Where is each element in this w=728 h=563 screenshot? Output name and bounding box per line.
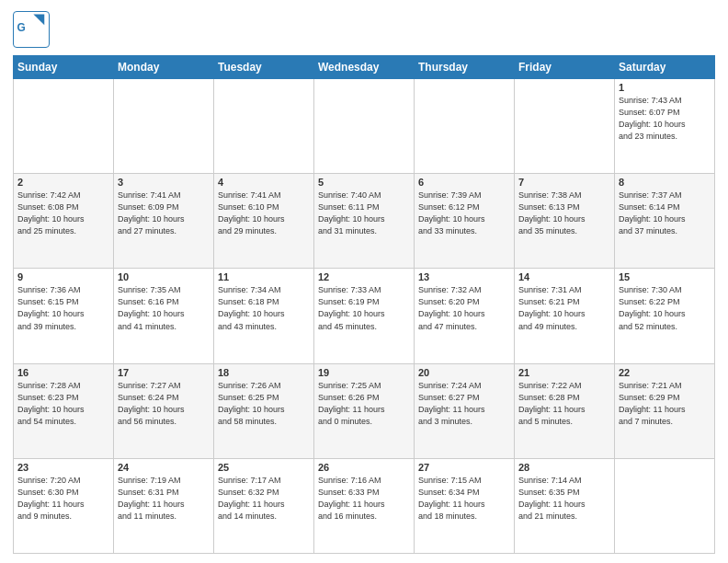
calendar-cell: 16Sunrise: 7:28 AM Sunset: 6:23 PM Dayli… xyxy=(14,363,114,458)
day-number: 21 xyxy=(518,367,610,378)
calendar-cell: 26Sunrise: 7:16 AM Sunset: 6:33 PM Dayli… xyxy=(314,458,415,553)
day-info: Sunrise: 7:33 AM Sunset: 6:19 PM Dayligh… xyxy=(318,284,410,332)
calendar-cell: 8Sunrise: 7:37 AM Sunset: 6:14 PM Daylig… xyxy=(615,174,715,269)
week-row-2: 9Sunrise: 7:36 AM Sunset: 6:15 PM Daylig… xyxy=(14,269,715,363)
calendar-body: 1Sunrise: 7:43 AM Sunset: 6:07 PM Daylig… xyxy=(14,79,715,554)
day-info: Sunrise: 7:32 AM Sunset: 6:20 PM Dayligh… xyxy=(418,284,510,332)
day-info: Sunrise: 7:26 AM Sunset: 6:25 PM Dayligh… xyxy=(218,380,310,428)
calendar-cell: 7Sunrise: 7:38 AM Sunset: 6:13 PM Daylig… xyxy=(515,174,615,269)
day-number: 22 xyxy=(619,367,711,378)
day-info: Sunrise: 7:16 AM Sunset: 6:33 PM Dayligh… xyxy=(318,475,410,523)
calendar-cell xyxy=(314,79,415,174)
calendar-cell: 10Sunrise: 7:35 AM Sunset: 6:16 PM Dayli… xyxy=(114,269,214,363)
day-info: Sunrise: 7:36 AM Sunset: 6:15 PM Dayligh… xyxy=(17,284,109,332)
calendar-cell xyxy=(415,79,515,174)
calendar-cell: 4Sunrise: 7:41 AM Sunset: 6:10 PM Daylig… xyxy=(214,174,314,269)
calendar-cell: 27Sunrise: 7:15 AM Sunset: 6:34 PM Dayli… xyxy=(415,458,515,553)
calendar-cell: 24Sunrise: 7:19 AM Sunset: 6:31 PM Dayli… xyxy=(114,458,214,553)
calendar-cell: 22Sunrise: 7:21 AM Sunset: 6:29 PM Dayli… xyxy=(615,363,715,458)
day-info: Sunrise: 7:17 AM Sunset: 6:32 PM Dayligh… xyxy=(218,475,310,523)
day-info: Sunrise: 7:22 AM Sunset: 6:28 PM Dayligh… xyxy=(518,380,610,428)
day-info: Sunrise: 7:19 AM Sunset: 6:31 PM Dayligh… xyxy=(118,475,210,523)
week-row-4: 23Sunrise: 7:20 AM Sunset: 6:30 PM Dayli… xyxy=(14,458,715,553)
day-number: 15 xyxy=(619,271,711,282)
calendar-cell: 9Sunrise: 7:36 AM Sunset: 6:15 PM Daylig… xyxy=(14,269,114,363)
day-number: 26 xyxy=(318,462,410,473)
day-info: Sunrise: 7:21 AM Sunset: 6:29 PM Dayligh… xyxy=(619,380,711,428)
day-info: Sunrise: 7:38 AM Sunset: 6:13 PM Dayligh… xyxy=(518,190,610,237)
day-info: Sunrise: 7:27 AM Sunset: 6:24 PM Dayligh… xyxy=(118,380,210,428)
day-number: 16 xyxy=(17,367,109,378)
day-number: 1 xyxy=(619,82,711,93)
header-row: SundayMondayTuesdayWednesdayThursdayFrid… xyxy=(14,56,715,79)
calendar-cell: 18Sunrise: 7:26 AM Sunset: 6:25 PM Dayli… xyxy=(214,363,314,458)
calendar-cell: 1Sunrise: 7:43 AM Sunset: 6:07 PM Daylig… xyxy=(615,79,715,174)
day-number: 10 xyxy=(118,271,210,282)
calendar-cell: 23Sunrise: 7:20 AM Sunset: 6:30 PM Dayli… xyxy=(14,458,114,553)
day-info: Sunrise: 7:30 AM Sunset: 6:22 PM Dayligh… xyxy=(619,284,711,332)
day-info: Sunrise: 7:43 AM Sunset: 6:07 PM Dayligh… xyxy=(619,95,711,143)
header-day-wednesday: Wednesday xyxy=(314,56,415,79)
calendar-cell: 13Sunrise: 7:32 AM Sunset: 6:20 PM Dayli… xyxy=(415,269,515,363)
header-day-tuesday: Tuesday xyxy=(214,56,314,79)
day-number: 2 xyxy=(17,177,109,188)
header-day-monday: Monday xyxy=(114,56,214,79)
day-number: 24 xyxy=(118,462,210,473)
header-day-friday: Friday xyxy=(515,56,615,79)
day-info: Sunrise: 7:37 AM Sunset: 6:14 PM Dayligh… xyxy=(619,190,711,237)
day-number: 5 xyxy=(318,177,410,188)
calendar-cell: 14Sunrise: 7:31 AM Sunset: 6:21 PM Dayli… xyxy=(515,269,615,363)
day-number: 13 xyxy=(418,271,510,282)
calendar-cell: 3Sunrise: 7:41 AM Sunset: 6:09 PM Daylig… xyxy=(114,174,214,269)
calendar-cell: 19Sunrise: 7:25 AM Sunset: 6:26 PM Dayli… xyxy=(314,363,415,458)
day-info: Sunrise: 7:31 AM Sunset: 6:21 PM Dayligh… xyxy=(518,284,610,332)
calendar-cell: 21Sunrise: 7:22 AM Sunset: 6:28 PM Dayli… xyxy=(515,363,615,458)
day-number: 20 xyxy=(418,367,510,378)
day-info: Sunrise: 7:35 AM Sunset: 6:16 PM Dayligh… xyxy=(118,284,210,332)
day-number: 17 xyxy=(118,367,210,378)
day-number: 7 xyxy=(518,177,610,188)
day-number: 19 xyxy=(318,367,410,378)
day-number: 27 xyxy=(418,462,510,473)
day-info: Sunrise: 7:41 AM Sunset: 6:09 PM Dayligh… xyxy=(118,190,210,237)
calendar-cell: 2Sunrise: 7:42 AM Sunset: 6:08 PM Daylig… xyxy=(14,174,114,269)
day-number: 8 xyxy=(619,177,711,188)
calendar-cell: 5Sunrise: 7:40 AM Sunset: 6:11 PM Daylig… xyxy=(314,174,415,269)
calendar-cell: 17Sunrise: 7:27 AM Sunset: 6:24 PM Dayli… xyxy=(114,363,214,458)
day-info: Sunrise: 7:24 AM Sunset: 6:27 PM Dayligh… xyxy=(418,380,510,428)
calendar-cell xyxy=(114,79,214,174)
page-header: G xyxy=(13,11,715,48)
calendar-cell: 28Sunrise: 7:14 AM Sunset: 6:35 PM Dayli… xyxy=(515,458,615,553)
day-number: 28 xyxy=(518,462,610,473)
calendar-header: SundayMondayTuesdayWednesdayThursdayFrid… xyxy=(14,56,715,79)
day-info: Sunrise: 7:25 AM Sunset: 6:26 PM Dayligh… xyxy=(318,380,410,428)
day-info: Sunrise: 7:39 AM Sunset: 6:12 PM Dayligh… xyxy=(418,190,510,237)
day-number: 18 xyxy=(218,367,310,378)
day-info: Sunrise: 7:15 AM Sunset: 6:34 PM Dayligh… xyxy=(418,475,510,523)
calendar-table: SundayMondayTuesdayWednesdayThursdayFrid… xyxy=(13,55,715,554)
calendar-cell: 11Sunrise: 7:34 AM Sunset: 6:18 PM Dayli… xyxy=(214,269,314,363)
day-number: 11 xyxy=(218,271,310,282)
day-number: 4 xyxy=(218,177,310,188)
calendar-cell xyxy=(615,458,715,553)
day-info: Sunrise: 7:41 AM Sunset: 6:10 PM Dayligh… xyxy=(218,190,310,237)
day-number: 14 xyxy=(518,271,610,282)
calendar-cell: 6Sunrise: 7:39 AM Sunset: 6:12 PM Daylig… xyxy=(415,174,515,269)
calendar-cell: 12Sunrise: 7:33 AM Sunset: 6:19 PM Dayli… xyxy=(314,269,415,363)
week-row-3: 16Sunrise: 7:28 AM Sunset: 6:23 PM Dayli… xyxy=(14,363,715,458)
calendar-cell xyxy=(515,79,615,174)
day-number: 3 xyxy=(118,177,210,188)
day-info: Sunrise: 7:14 AM Sunset: 6:35 PM Dayligh… xyxy=(518,475,610,523)
day-number: 9 xyxy=(17,271,109,282)
day-number: 6 xyxy=(418,177,510,188)
day-number: 23 xyxy=(17,462,109,473)
calendar-cell: 25Sunrise: 7:17 AM Sunset: 6:32 PM Dayli… xyxy=(214,458,314,553)
day-info: Sunrise: 7:28 AM Sunset: 6:23 PM Dayligh… xyxy=(17,380,109,428)
page-container: G SundayMondayTuesdayWednesdayThursdayFr… xyxy=(0,0,728,563)
calendar-cell xyxy=(14,79,114,174)
day-number: 25 xyxy=(218,462,310,473)
calendar-cell xyxy=(214,79,314,174)
logo: G xyxy=(13,11,53,48)
day-info: Sunrise: 7:20 AM Sunset: 6:30 PM Dayligh… xyxy=(17,475,109,523)
calendar-cell: 20Sunrise: 7:24 AM Sunset: 6:27 PM Dayli… xyxy=(415,363,515,458)
